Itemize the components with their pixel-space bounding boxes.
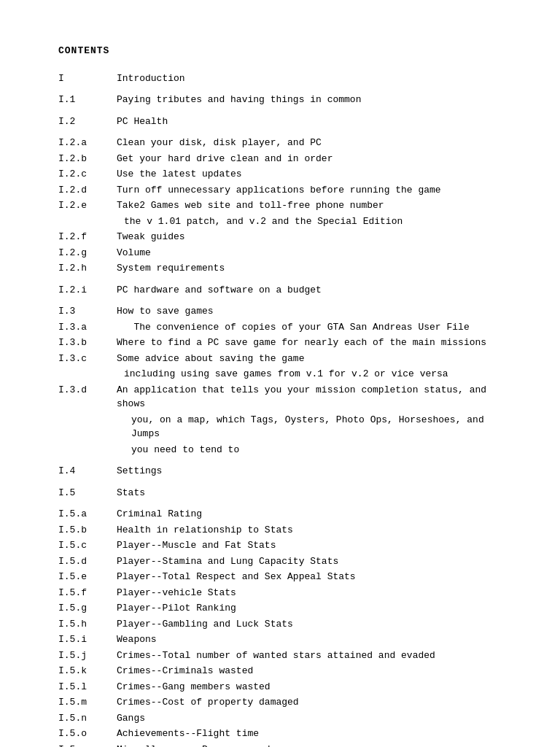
toc-num-I3b: I.3.b	[58, 336, 117, 350]
toc-num-I5o: I.5.o	[58, 727, 117, 741]
toc-text-I3c: Some advice about saving the game	[117, 352, 502, 366]
toc-entry-I5k: I.5.k Crimes--Criminals wasted	[58, 664, 502, 678]
toc-entry-I3a: I.3.a The convenience of copies of your …	[58, 320, 502, 335]
toc-text-I4: Settings	[117, 464, 502, 479]
toc-text-I: Introduction	[117, 71, 502, 86]
toc-entry-I2f: I.2.f Tweak guides	[58, 230, 502, 244]
toc-entry-I3c: I.3.c Some advice about saving the game	[58, 352, 502, 366]
toc-text-I3: How to save games	[117, 304, 502, 319]
toc-entry-I3b: I.3.b Where to find a PC save game for n…	[58, 336, 502, 350]
toc-num-I2f: I.2.f	[58, 230, 117, 244]
toc-num-I5g: I.5.g	[58, 601, 117, 616]
toc-text-I5o: Achievements--Flight time	[117, 727, 502, 741]
toc-text-I5p: Miscellaneous--Progress made	[117, 743, 502, 748]
toc-entry-I2g: I.2.g Volume	[58, 246, 502, 260]
toc-text-I5: Stats	[117, 486, 502, 500]
toc-entry-I3: I.3 How to save games	[58, 304, 502, 319]
toc-entry-I4: I.4 Settings	[58, 464, 502, 479]
toc-entry-I5o: I.5.o Achievements--Flight time	[58, 727, 502, 741]
toc-num-I2a: I.2.a	[58, 136, 117, 150]
toc-num-I5f: I.5.f	[58, 586, 117, 600]
toc-entry-I2e: I.2.e Take2 Games web site and toll-free…	[58, 198, 502, 213]
toc-num-I5b: I.5.b	[58, 523, 117, 538]
toc-continuation-I3d-1: you, on a map, which Tags, Oysters, Phot…	[58, 413, 502, 441]
toc-text-I5k: Crimes--Criminals wasted	[117, 664, 502, 678]
toc-entry-I5e: I.5.e Player--Total Respect and Sex Appe…	[58, 570, 502, 584]
toc-text-I2f: Tweak guides	[117, 230, 502, 244]
toc-num-I2h: I.2.h	[58, 261, 117, 276]
toc-num-I5c: I.5.c	[58, 538, 117, 553]
toc-text-I2i: PC hardware and software on a budget	[117, 283, 502, 298]
toc-entry-I5c: I.5.c Player--Muscle and Fat Stats	[58, 538, 502, 553]
toc-text-I5g: Player--Pilot Ranking	[117, 601, 502, 616]
toc-text-I5d: Player--Stamina and Lung Capacity Stats	[117, 554, 502, 569]
toc-num-I5j: I.5.j	[58, 649, 117, 663]
toc-entry-I5m: I.5.m Crimes--Cost of property damaged	[58, 695, 502, 710]
toc-num-I2d: I.2.d	[58, 183, 117, 198]
toc-num-I5k: I.5.k	[58, 664, 117, 678]
toc-entry-I5i: I.5.i Weapons	[58, 632, 502, 647]
toc-entry-I5a: I.5.a Criminal Rating	[58, 507, 502, 522]
toc-text-I2b: Get your hard drive clean and in order	[117, 152, 502, 166]
toc-text-I2g: Volume	[117, 246, 502, 260]
toc-text-I5a: Criminal Rating	[117, 507, 502, 522]
toc-text-I2h: System requirements	[117, 261, 502, 276]
page-content: CONTENTS I Introduction I.1 Paying tribu…	[58, 44, 502, 747]
toc-continuation-I2e: the v 1.01 patch, and v.2 and the Specia…	[58, 214, 502, 229]
toc-entry-I5j: I.5.j Crimes--Total number of wanted sta…	[58, 649, 502, 663]
toc-num-I3: I.3	[58, 304, 117, 319]
toc-continuation-I3c: including using save games from v.1 for …	[58, 367, 502, 382]
toc-entry-I5n: I.5.n Gangs	[58, 711, 502, 726]
toc-text-I2c: Use the latest updates	[117, 167, 502, 182]
toc-entry-I2c: I.2.c Use the latest updates	[58, 167, 502, 182]
toc-num-I5e: I.5.e	[58, 570, 117, 584]
toc-text-I5f: Player--vehicle Stats	[117, 586, 502, 600]
toc-num-I5i: I.5.i	[58, 632, 117, 647]
toc-text-I5e: Player--Total Respect and Sex Appeal Sta…	[117, 570, 502, 584]
toc-text-I2e: Take2 Games web site and toll-free phone…	[117, 198, 502, 213]
toc-entry-I2i: I.2.i PC hardware and software on a budg…	[58, 283, 502, 298]
toc-text-I2: PC Health	[117, 115, 502, 129]
toc-text-I3b: Where to find a PC save game for nearly …	[117, 336, 502, 350]
toc-text-I1: Paying tributes and having things in com…	[117, 93, 502, 107]
toc-entry-I2a: I.2.a Clean your disk, disk player, and …	[58, 136, 502, 150]
toc-num-I1: I.1	[58, 93, 117, 107]
toc-text-I5h: Player--Gambling and Luck Stats	[117, 617, 502, 632]
toc-num-I5a: I.5.a	[58, 507, 117, 522]
toc-text-I5n: Gangs	[117, 711, 502, 726]
toc-entry-I5f: I.5.f Player--vehicle Stats	[58, 586, 502, 600]
toc-num-I4: I.4	[58, 464, 117, 479]
toc-entry-I5g: I.5.g Player--Pilot Ranking	[58, 601, 502, 616]
toc-num-I2c: I.2.c	[58, 167, 117, 182]
toc-text-I2d: Turn off unnecessary applications before…	[117, 183, 502, 198]
toc-num-I5: I.5	[58, 486, 117, 500]
toc-text-I3d: An application that tells you your missi…	[117, 383, 502, 411]
toc-num-I2b: I.2.b	[58, 152, 117, 166]
toc-entry-I5: I.5 Stats	[58, 486, 502, 500]
toc-num-I5d: I.5.d	[58, 554, 117, 569]
toc-text-I2a: Clean your disk, disk player, and PC	[117, 136, 502, 150]
toc-num-I5n: I.5.n	[58, 711, 117, 726]
toc-num-I3d: I.3.d	[58, 383, 117, 411]
toc-entry-I5b: I.5.b Health in relationship to Stats	[58, 523, 502, 538]
toc-num-I5p: I.5.p	[58, 743, 117, 748]
toc-text-I3a: The convenience of copies of your GTA Sa…	[117, 320, 502, 335]
toc-entry-I2b: I.2.b Get your hard drive clean and in o…	[58, 152, 502, 166]
toc-text-I5j: Crimes--Total number of wanted stars att…	[117, 649, 502, 663]
toc-text-I5i: Weapons	[117, 632, 502, 647]
toc-num-I5l: I.5.l	[58, 680, 117, 694]
toc-entry-I1: I.1 Paying tributes and having things in…	[58, 93, 502, 107]
toc-entry-I5d: I.5.d Player--Stamina and Lung Capacity …	[58, 554, 502, 569]
toc-entry-I2: I.2 PC Health	[58, 115, 502, 129]
toc-num-I5h: I.5.h	[58, 617, 117, 632]
toc-entry-I2h: I.2.h System requirements	[58, 261, 502, 276]
toc-entry-I2d: I.2.d Turn off unnecessary applications …	[58, 183, 502, 198]
toc-entry-I5h: I.5.h Player--Gambling and Luck Stats	[58, 617, 502, 632]
toc-num-I2e: I.2.e	[58, 198, 117, 213]
toc-entry-I: I Introduction	[58, 71, 502, 86]
toc-text-I5m: Crimes--Cost of property damaged	[117, 695, 502, 710]
toc-text-I5l: Crimes--Gang members wasted	[117, 680, 502, 694]
toc-num-I2g: I.2.g	[58, 246, 117, 260]
toc-num-I2i: I.2.i	[58, 283, 117, 298]
toc-num-I3c: I.3.c	[58, 352, 117, 366]
